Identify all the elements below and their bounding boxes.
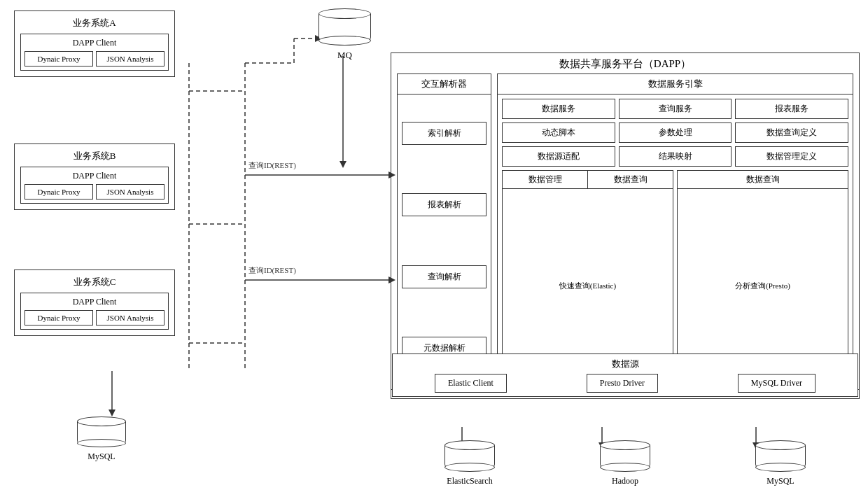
svg-text:查询ID(REST): 查询ID(REST) — [248, 161, 296, 170]
bottom-cylinders: ElasticSearch Hadoop MySQL — [392, 440, 858, 486]
elasticsearch-label: ElasticSearch — [447, 476, 492, 486]
biz-c-dynaic-proxy: Dynaic Proxy — [24, 310, 93, 326]
jixi-title: 交互解析器 — [398, 74, 491, 94]
jixi-box: 交互解析器 索引解析 报表解析 查询解析 元数据解析 — [397, 74, 491, 388]
engine-elastic-sub: 数据管理 数据查询 快速查询(Elastic) — [502, 170, 673, 383]
mq-cylinder: MQ — [318, 8, 371, 61]
service-engine: 数据服务引擎 数据服务 查询服务 报表服务 动态脚本 参数处理 数据查询定义 — [497, 74, 853, 388]
biz-a-dynaic-proxy: Dynaic Proxy — [24, 51, 93, 66]
jixi-item-1: 报表解析 — [402, 193, 486, 216]
dapp-platform: 数据共享服务平台（DAPP） 交互解析器 索引解析 报表解析 查询解析 元数据解… — [391, 52, 860, 399]
biz-system-c: 业务系统C DAPP Client Dynaic Proxy JSON Anal… — [14, 270, 175, 336]
biz-a-title: 业务系统A — [20, 17, 169, 29]
biz-a-client-label: DAPP Client — [24, 38, 164, 48]
svg-marker-10 — [340, 161, 346, 168]
jixi-item-0: 索引解析 — [402, 122, 486, 145]
biz-a-json-analysis: JSON Analysis — [96, 51, 164, 66]
hadoop-label: Hadoop — [612, 476, 638, 486]
elasticsearch-cylinder: ElasticSearch — [444, 440, 495, 486]
biz-system-a: 业务系统A DAPP Client Dynaic Proxy JSON Anal… — [14, 10, 175, 77]
engine-r3-2: 数据管理定义 — [735, 146, 848, 167]
engine-presto-sub: 数据查询 分析查询(Presto) — [677, 170, 848, 383]
datasource-mysql: MySQL Driver — [738, 374, 816, 393]
engine-r3-1: 结果映射 — [619, 146, 732, 167]
biz-b-title: 业务系统B — [20, 150, 169, 162]
datasource-box: 数据源 Elastic Client Presto Driver MySQL D… — [392, 354, 858, 397]
diagram-container: 查询ID(REST) 查询ID(REST) 业务系统A DAPP Client … — [0, 0, 868, 490]
engine-r1-0: 数据服务 — [502, 99, 615, 119]
jixi-item-2: 查询解析 — [402, 265, 486, 288]
engine-r2-0: 动态脚本 — [502, 122, 615, 143]
engine-r2-2: 数据查询定义 — [735, 122, 848, 143]
engine-r1-1: 查询服务 — [619, 99, 732, 119]
datasource-presto: Presto Driver — [587, 374, 658, 393]
biz-c-title: 业务系统C — [20, 276, 169, 288]
hadoop-cylinder: Hadoop — [600, 440, 650, 486]
biz-c-json-analysis: JSON Analysis — [96, 310, 164, 326]
biz-b-json-analysis: JSON Analysis — [96, 184, 164, 200]
biz-system-b: 业务系统B DAPP Client Dynaic Proxy JSON Anal… — [14, 144, 175, 210]
biz-c-client-label: DAPP Client — [24, 297, 164, 307]
mq-label: MQ — [337, 50, 352, 61]
engine-r1-2: 报表服务 — [735, 99, 848, 119]
dapp-platform-title: 数据共享服务平台（DAPP） — [391, 53, 859, 74]
engine-r4-0: 数据管理 — [503, 171, 588, 188]
svg-text:查询ID(REST): 查询ID(REST) — [248, 266, 296, 275]
mysql-right-cylinder: MySQL — [755, 440, 806, 486]
biz-a-dapp-client: DAPP Client Dynaic Proxy JSON Analysis — [20, 34, 169, 71]
biz-b-dynaic-proxy: Dynaic Proxy — [24, 184, 93, 200]
datasource-title: 数据源 — [398, 358, 852, 370]
biz-b-client-label: DAPP Client — [24, 171, 164, 181]
mysql-right-label: MySQL — [766, 476, 794, 486]
engine-r4-1: 数据查询 — [588, 171, 673, 188]
svg-marker-16 — [108, 410, 115, 416]
engine-r2-1: 参数处理 — [619, 122, 732, 143]
mysql-bottom-cylinder: MySQL — [77, 416, 126, 462]
datasource-elastic: Elastic Client — [435, 374, 507, 393]
engine-r4-2: 数据查询 — [678, 171, 848, 188]
mysql-bottom-label: MySQL — [88, 451, 115, 462]
engine-title: 数据服务引擎 — [498, 74, 853, 94]
engine-r3-0: 数据源适配 — [502, 146, 615, 167]
biz-b-dapp-client: DAPP Client Dynaic Proxy JSON Analysis — [20, 167, 169, 204]
biz-c-dapp-client: DAPP Client Dynaic Proxy JSON Analysis — [20, 293, 169, 330]
